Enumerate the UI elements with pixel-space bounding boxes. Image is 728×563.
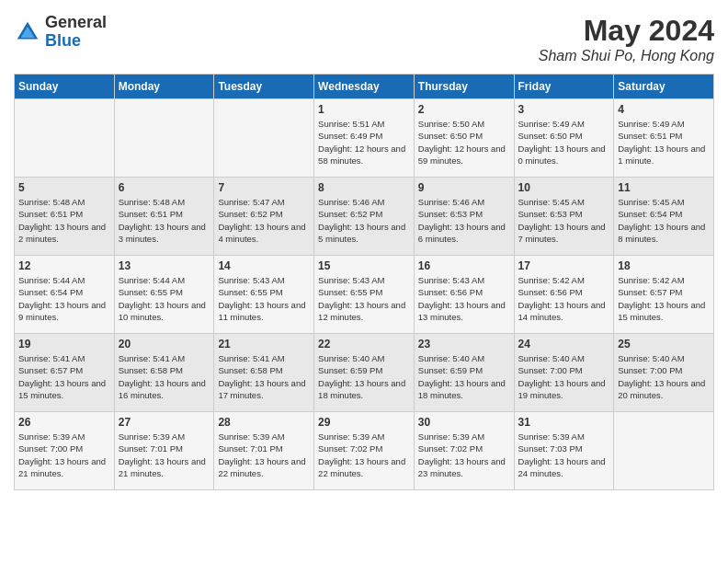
calendar-cell: 30Sunrise: 5:39 AM Sunset: 7:02 PM Dayli…: [414, 412, 514, 490]
calendar-cell: 19Sunrise: 5:41 AM Sunset: 6:57 PM Dayli…: [15, 334, 115, 412]
logo-general: General: [45, 14, 107, 32]
calendar-table: SundayMondayTuesdayWednesdayThursdayFrid…: [14, 74, 714, 490]
calendar-cell: 1Sunrise: 5:51 AM Sunset: 6:49 PM Daylig…: [314, 99, 415, 178]
day-number: 16: [418, 259, 510, 272]
calendar-cell: 10Sunrise: 5:45 AM Sunset: 6:53 PM Dayli…: [514, 178, 614, 256]
day-header-row: SundayMondayTuesdayWednesdayThursdayFrid…: [15, 75, 714, 99]
calendar-cell: 24Sunrise: 5:40 AM Sunset: 7:00 PM Dayli…: [514, 334, 614, 412]
calendar-cell: 27Sunrise: 5:39 AM Sunset: 7:01 PM Dayli…: [114, 412, 214, 490]
day-number: 28: [218, 416, 310, 429]
day-number: 27: [119, 416, 210, 429]
day-info: Sunrise: 5:39 AM Sunset: 7:02 PM Dayligh…: [418, 431, 510, 479]
day-number: 31: [518, 416, 610, 429]
day-number: 1: [318, 103, 410, 116]
calendar-cell: 8Sunrise: 5:46 AM Sunset: 6:52 PM Daylig…: [314, 178, 415, 256]
day-number: 22: [318, 338, 410, 350]
day-info: Sunrise: 5:48 AM Sunset: 6:51 PM Dayligh…: [119, 196, 210, 245]
day-info: Sunrise: 5:39 AM Sunset: 7:02 PM Dayligh…: [318, 431, 410, 479]
day-header-monday: Monday: [114, 75, 214, 99]
location-title: Sham Shui Po, Hong Kong: [539, 48, 714, 64]
day-info: Sunrise: 5:46 AM Sunset: 6:52 PM Dayligh…: [318, 196, 410, 245]
day-number: 3: [518, 103, 610, 116]
week-row-0: 1Sunrise: 5:51 AM Sunset: 6:49 PM Daylig…: [15, 99, 714, 178]
calendar-cell: 6Sunrise: 5:48 AM Sunset: 6:51 PM Daylig…: [114, 178, 214, 256]
page-header: General Blue May 2024 Sham Shui Po, Hong…: [14, 14, 714, 64]
day-info: Sunrise: 5:45 AM Sunset: 6:53 PM Dayligh…: [518, 196, 610, 245]
day-number: 21: [218, 338, 310, 350]
logo-text: General Blue: [45, 14, 107, 51]
calendar-cell: 31Sunrise: 5:39 AM Sunset: 7:03 PM Dayli…: [514, 412, 614, 490]
calendar-cell: 28Sunrise: 5:39 AM Sunset: 7:01 PM Dayli…: [214, 412, 314, 490]
day-number: 4: [618, 103, 710, 116]
day-header-friday: Friday: [514, 75, 614, 99]
day-number: 6: [119, 181, 210, 194]
logo: General Blue: [14, 14, 107, 51]
week-row-2: 12Sunrise: 5:44 AM Sunset: 6:54 PM Dayli…: [15, 256, 714, 334]
day-number: 24: [518, 338, 610, 350]
day-info: Sunrise: 5:44 AM Sunset: 6:54 PM Dayligh…: [18, 274, 110, 323]
calendar-cell: [15, 99, 115, 178]
calendar-cell: 25Sunrise: 5:40 AM Sunset: 7:00 PM Dayli…: [614, 334, 714, 412]
calendar-cell: 20Sunrise: 5:41 AM Sunset: 6:58 PM Dayli…: [114, 334, 214, 412]
month-title: May 2024: [539, 14, 714, 48]
week-row-4: 26Sunrise: 5:39 AM Sunset: 7:00 PM Dayli…: [15, 412, 714, 490]
calendar-cell: 12Sunrise: 5:44 AM Sunset: 6:54 PM Dayli…: [15, 256, 115, 334]
calendar-cell: 21Sunrise: 5:41 AM Sunset: 6:58 PM Dayli…: [214, 334, 314, 412]
calendar-cell: 5Sunrise: 5:48 AM Sunset: 6:51 PM Daylig…: [15, 178, 115, 256]
day-info: Sunrise: 5:39 AM Sunset: 7:01 PM Dayligh…: [119, 431, 210, 479]
day-number: 10: [518, 181, 610, 194]
day-info: Sunrise: 5:43 AM Sunset: 6:55 PM Dayligh…: [318, 274, 410, 323]
day-info: Sunrise: 5:42 AM Sunset: 6:57 PM Dayligh…: [618, 274, 710, 323]
day-info: Sunrise: 5:51 AM Sunset: 6:49 PM Dayligh…: [318, 118, 410, 167]
day-info: Sunrise: 5:47 AM Sunset: 6:52 PM Dayligh…: [218, 196, 310, 245]
calendar-cell: 17Sunrise: 5:42 AM Sunset: 6:56 PM Dayli…: [514, 256, 614, 334]
calendar-cell: [114, 99, 214, 178]
logo-blue: Blue: [45, 32, 107, 51]
day-header-sunday: Sunday: [15, 75, 115, 99]
day-info: Sunrise: 5:41 AM Sunset: 6:58 PM Dayligh…: [119, 352, 210, 401]
day-info: Sunrise: 5:45 AM Sunset: 6:54 PM Dayligh…: [618, 196, 710, 245]
day-info: Sunrise: 5:49 AM Sunset: 6:50 PM Dayligh…: [518, 118, 610, 167]
day-number: 29: [318, 416, 410, 429]
calendar-cell: 16Sunrise: 5:43 AM Sunset: 6:56 PM Dayli…: [414, 256, 514, 334]
logo-icon: [14, 18, 41, 46]
day-header-tuesday: Tuesday: [214, 75, 314, 99]
calendar-cell: 14Sunrise: 5:43 AM Sunset: 6:55 PM Dayli…: [214, 256, 314, 334]
day-number: 18: [618, 259, 710, 272]
calendar-cell: 11Sunrise: 5:45 AM Sunset: 6:54 PM Dayli…: [614, 178, 714, 256]
calendar-cell: 18Sunrise: 5:42 AM Sunset: 6:57 PM Dayli…: [614, 256, 714, 334]
day-header-thursday: Thursday: [414, 75, 514, 99]
calendar-cell: 23Sunrise: 5:40 AM Sunset: 6:59 PM Dayli…: [414, 334, 514, 412]
day-info: Sunrise: 5:43 AM Sunset: 6:56 PM Dayligh…: [418, 274, 510, 323]
calendar-cell: 13Sunrise: 5:44 AM Sunset: 6:55 PM Dayli…: [114, 256, 214, 334]
day-info: Sunrise: 5:49 AM Sunset: 6:51 PM Dayligh…: [618, 118, 710, 167]
calendar-cell: 26Sunrise: 5:39 AM Sunset: 7:00 PM Dayli…: [15, 412, 115, 490]
day-info: Sunrise: 5:44 AM Sunset: 6:55 PM Dayligh…: [119, 274, 210, 323]
day-number: 30: [418, 416, 510, 429]
day-info: Sunrise: 5:40 AM Sunset: 6:59 PM Dayligh…: [418, 352, 510, 401]
day-number: 25: [618, 338, 710, 350]
day-number: 26: [18, 416, 110, 429]
day-number: 17: [518, 259, 610, 272]
day-number: 20: [119, 338, 210, 350]
day-info: Sunrise: 5:50 AM Sunset: 6:50 PM Dayligh…: [418, 118, 510, 167]
day-info: Sunrise: 5:43 AM Sunset: 6:55 PM Dayligh…: [218, 274, 310, 323]
week-row-1: 5Sunrise: 5:48 AM Sunset: 6:51 PM Daylig…: [15, 178, 714, 256]
day-info: Sunrise: 5:46 AM Sunset: 6:53 PM Dayligh…: [418, 196, 510, 245]
day-info: Sunrise: 5:40 AM Sunset: 6:59 PM Dayligh…: [318, 352, 410, 401]
calendar-cell: 2Sunrise: 5:50 AM Sunset: 6:50 PM Daylig…: [414, 99, 514, 178]
calendar-cell: 29Sunrise: 5:39 AM Sunset: 7:02 PM Dayli…: [314, 412, 415, 490]
day-number: 19: [18, 338, 110, 350]
day-info: Sunrise: 5:41 AM Sunset: 6:58 PM Dayligh…: [218, 352, 310, 401]
day-info: Sunrise: 5:41 AM Sunset: 6:57 PM Dayligh…: [18, 352, 110, 401]
day-info: Sunrise: 5:39 AM Sunset: 7:00 PM Dayligh…: [18, 431, 110, 479]
day-number: 9: [418, 181, 510, 194]
day-header-saturday: Saturday: [614, 75, 714, 99]
day-info: Sunrise: 5:48 AM Sunset: 6:51 PM Dayligh…: [18, 196, 110, 245]
day-number: 15: [318, 259, 410, 272]
day-number: 7: [218, 181, 310, 194]
day-number: 12: [18, 259, 110, 272]
calendar-cell: 15Sunrise: 5:43 AM Sunset: 6:55 PM Dayli…: [314, 256, 415, 334]
day-info: Sunrise: 5:40 AM Sunset: 7:00 PM Dayligh…: [518, 352, 610, 401]
day-number: 8: [318, 181, 410, 194]
